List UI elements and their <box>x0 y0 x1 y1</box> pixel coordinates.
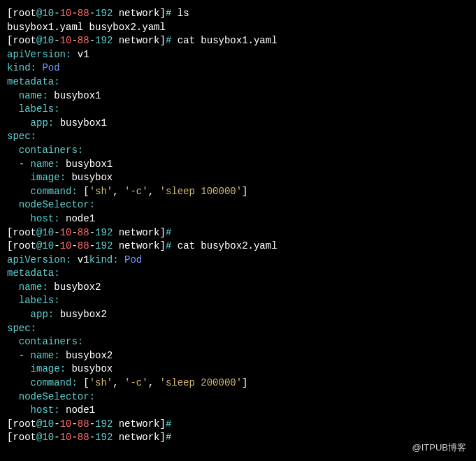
yaml-line: - name: busybox1 <box>7 158 469 172</box>
prompt-line-5: [root@10-10-88-192 network]# <box>7 418 469 432</box>
ls-output: busybox1.yaml busybox2.yaml <box>7 21 469 35</box>
prompt-line-1: [root@10-10-88-192 network]# ls <box>7 7 469 21</box>
yaml-line: command: ['sh', '-c', 'sleep 100000'] <box>7 185 469 199</box>
yaml-line: kind: Pod <box>7 61 469 75</box>
yaml-line: host: node1 <box>7 404 469 418</box>
yaml-line: apiVersion: v1kind: Pod <box>7 254 469 268</box>
yaml-line: metadata: <box>7 75 469 89</box>
yaml-line: containers: <box>7 335 469 349</box>
yaml-line: app: busybox2 <box>7 308 469 322</box>
prompt-line-3: [root@10-10-88-192 network]# <box>7 226 469 240</box>
yaml-line: containers: <box>7 144 469 158</box>
watermark: @ITPUB博客 <box>412 441 466 454</box>
prompt-line-6: [root@10-10-88-192 network]# <box>7 431 469 445</box>
yaml-line: host: node1 <box>7 212 469 226</box>
yaml-line: nodeSelector: <box>7 198 469 212</box>
yaml-line: image: busybox <box>7 363 469 376</box>
yaml-line: image: busybox <box>7 171 469 185</box>
yaml-line: name: busybox1 <box>7 89 469 103</box>
yaml-line: app: busybox1 <box>7 117 469 131</box>
yaml-line: name: busybox2 <box>7 281 469 295</box>
terminal[interactable]: [root@10-10-88-192 network]# ls busybox1… <box>0 0 476 452</box>
yaml-line: labels: <box>7 294 469 308</box>
yaml-line: labels: <box>7 103 469 117</box>
yaml-line: nodeSelector: <box>7 390 469 404</box>
yaml-line: spec: <box>7 130 469 144</box>
yaml-line: - name: busybox2 <box>7 349 469 363</box>
yaml-line: apiVersion: v1 <box>7 48 469 62</box>
yaml-line: command: ['sh', '-c', 'sleep 200000'] <box>7 376 469 390</box>
prompt-line-2: [root@10-10-88-192 network]# cat busybox… <box>7 34 469 48</box>
yaml-line: spec: <box>7 322 469 336</box>
yaml-line: metadata: <box>7 267 469 281</box>
prompt-line-4: [root@10-10-88-192 network]# cat busybox… <box>7 240 469 254</box>
